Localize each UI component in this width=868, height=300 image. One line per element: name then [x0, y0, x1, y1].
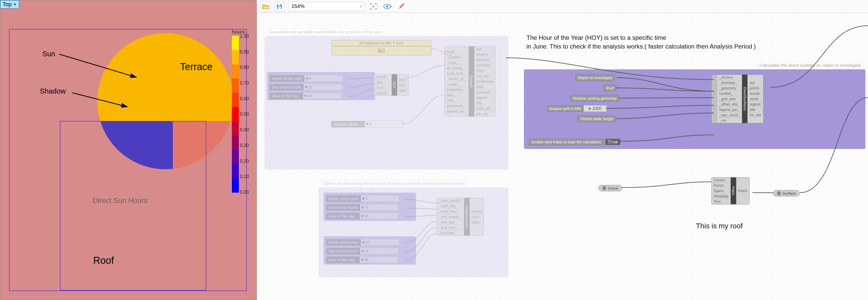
- port-timestep[interactable]: _timestep_: [717, 80, 742, 86]
- port-date[interactable]: date: [397, 88, 408, 93]
- port-title[interactable]: title: [748, 107, 763, 113]
- object-panel[interactable]: Object to investigate: [575, 74, 615, 81]
- port-compass[interactable]: compass: [474, 90, 495, 95]
- port-context[interactable]: context_: [717, 91, 742, 96]
- port-north[interactable]: north_: [444, 49, 469, 55]
- port-Patch[interactable]: Patch: [736, 188, 750, 193]
- patch-node[interactable]: CurvesPointsSpansFlexibilityTrim Patch P…: [711, 177, 750, 205]
- port-results[interactable]: results: [748, 91, 763, 96]
- port-starthour[interactable]: _start_hour_: [437, 209, 464, 214]
- port-points[interactable]: points: [748, 86, 763, 91]
- pencil-icon[interactable]: [397, 1, 407, 11]
- port-legendpar[interactable]: legend_par_: [717, 107, 742, 113]
- port-minute[interactable]: _minute_: [373, 90, 392, 95]
- port-Curves[interactable]: Curves: [712, 178, 731, 183]
- port-vectors[interactable]: vectors: [474, 52, 495, 57]
- port-location[interactable]: _location: [444, 55, 469, 60]
- slider-month-of-the-year[interactable]: Month of the year10: [326, 239, 399, 245]
- port-title[interactable]: title: [474, 100, 495, 106]
- port-statement[interactable]: statement_: [444, 103, 469, 109]
- port-projection[interactable]: projection_: [444, 87, 469, 92]
- port-legend[interactable]: legend: [474, 95, 495, 100]
- direct-sun-hours-node[interactable]: _vectors_timestep__geometrycontext__grid…: [711, 74, 764, 123]
- gh-canvas[interactable]: Generates the sunpath and defines the po…: [257, 13, 868, 300]
- slider-hour-of-the-day[interactable]: Hour of the day18: [326, 256, 399, 263]
- port-legend[interactable]: legend: [748, 102, 763, 107]
- open-file-icon[interactable]: [260, 1, 271, 11]
- slider-day-of-the-month[interactable]: Day of the month21: [326, 204, 399, 211]
- port-vectors[interactable]: _vectors: [717, 75, 742, 80]
- roof-note: This is my roof: [696, 221, 743, 231]
- port-out[interactable]: out: [748, 80, 763, 86]
- port-endhour[interactable]: _end_hour_: [437, 225, 464, 231]
- port-geometry[interactable]: _geometry: [717, 86, 742, 91]
- port-hour[interactable]: _hour_: [373, 85, 392, 90]
- port-endmonth[interactable]: _end_month_: [437, 214, 464, 219]
- port-doy[interactable]: doy: [397, 83, 408, 88]
- port-startmonth[interactable]: _start_month_: [437, 198, 464, 203]
- eye-icon[interactable]: ▾: [383, 1, 393, 11]
- port-solartime[interactable]: solar_time_: [444, 71, 469, 76]
- analysis-period-node[interactable]: _start_month__start_day__start_hour__end…: [437, 198, 484, 236]
- port-Points[interactable]: Points: [712, 183, 731, 188]
- port-cpucount[interactable]: _cpu_count_: [717, 113, 742, 118]
- table-height-panel[interactable]: 700mm table height: [577, 116, 616, 122]
- port-Spans[interactable]: Spans: [712, 188, 731, 194]
- port-analemma[interactable]: analemma: [474, 79, 495, 84]
- zoom-combo[interactable]: 154% ▾: [288, 2, 365, 11]
- port-endday[interactable]: _end_day_: [437, 219, 464, 225]
- port-offsetdist[interactable]: _offset_dist_: [717, 102, 742, 107]
- port-centerpt[interactable]: _center_pt_: [444, 76, 469, 82]
- roof-panel[interactable]: Roof: [603, 85, 616, 91]
- port-out[interactable]: out: [474, 47, 495, 52]
- port-daily[interactable]: daily_: [444, 92, 469, 98]
- port-scale[interactable]: _scale_: [444, 82, 469, 87]
- slider-hour-of-the-day[interactable]: Hour of the day13: [270, 92, 343, 99]
- zoom-fit-icon[interactable]: ▾: [369, 1, 379, 11]
- port-day[interactable]: _day_: [373, 80, 392, 85]
- port-daily[interactable]: daily: [474, 84, 495, 90]
- viewport-label[interactable]: Top ▼: [0, 0, 19, 8]
- slider-day-of-the-month[interactable]: Day of the month21: [270, 84, 343, 90]
- port-data[interactable]: data_: [444, 98, 469, 103]
- port-period[interactable]: period: [470, 209, 484, 214]
- shadow-panel[interactable]: Shadow casting geometry: [570, 95, 619, 101]
- port-startday[interactable]: _start_day_: [437, 203, 464, 209]
- port-dlsaving[interactable]: dl_saving_: [444, 65, 469, 71]
- angle-panel-value[interactable]: 60: [331, 46, 431, 56]
- port-legendpar[interactable]: legend_par_: [444, 109, 469, 114]
- port-hoy[interactable]: hoy: [397, 77, 408, 83]
- port-Trim[interactable]: Trim: [712, 199, 731, 204]
- slider-hour-of-the-day[interactable]: Hour of the day10: [326, 213, 399, 219]
- port-sunpts[interactable]: sun_pts: [474, 73, 495, 79]
- slider-month-of-the-year[interactable]: Month of the year6: [270, 75, 343, 82]
- port-Flexibility[interactable]: Flexibility: [712, 194, 731, 199]
- port-hoys[interactable]: hoys: [470, 214, 484, 219]
- grasshopper-pane[interactable]: 154% ▾ ▾ ▾ Generates the sunpath and def…: [257, 0, 868, 300]
- grid-slider[interactable]: Anayse grid in MM 1000: [547, 105, 607, 112]
- sunpath-node[interactable]: north__location_hoys_dl_saving_solar_tim…: [444, 46, 495, 117]
- surface-param[interactable]: Surface: [773, 190, 800, 197]
- curve-param[interactable]: Curve: [598, 185, 622, 191]
- port-timestep[interactable]: _timestep_: [437, 231, 464, 236]
- number-slider[interactable]: Number Slider 5: [331, 121, 403, 127]
- port-gridsize[interactable]: _grid_size: [717, 96, 742, 102]
- rhino-viewport[interactable]: Top ▼ Sun Shadow Terrace Direct Sun Hour…: [0, 0, 257, 300]
- port-intmtx[interactable]: int_mtx: [748, 113, 763, 118]
- port-azimuths[interactable]: azimuths: [474, 63, 495, 68]
- hoy-node[interactable]: _month__day__hour__minute_ HOY hoydoydat…: [372, 74, 409, 96]
- save-icon[interactable]: [274, 1, 284, 11]
- port-hoys[interactable]: hoys: [474, 68, 495, 73]
- port-month[interactable]: _month_: [373, 74, 392, 80]
- port-hoys[interactable]: _hoys_: [444, 60, 469, 65]
- port-mesh[interactable]: mesh: [748, 96, 763, 102]
- port-run[interactable]: _run: [717, 118, 742, 123]
- port-colorpts[interactable]: color_pts: [474, 106, 495, 111]
- port-visset[interactable]: vis_set: [474, 111, 495, 116]
- slider-month-of-the-year[interactable]: Month of the year3: [326, 195, 399, 202]
- port-altitudes[interactable]: altitudes: [474, 57, 495, 63]
- run-toggle[interactable]: Double click False to start the calculat…: [529, 139, 620, 145]
- angle-panel-title[interactable]: 60 degrees to the Y axis: [331, 40, 431, 46]
- port-dates[interactable]: dates: [470, 219, 484, 225]
- slider-day-of-the-month[interactable]: Day of the month21: [326, 248, 399, 254]
